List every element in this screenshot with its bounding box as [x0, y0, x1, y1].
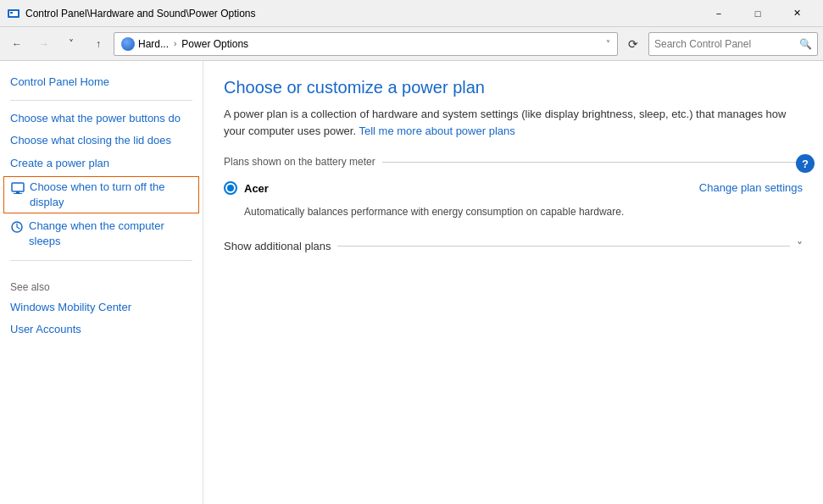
- sidebar-item-lid-close-label: Choose what closing the lid does: [10, 133, 171, 148]
- plan-radio-wrap: Acer: [224, 181, 699, 195]
- help-button[interactable]: ?: [796, 154, 815, 173]
- sidebar-item-turn-off-display-label: Choose when to turn off the display: [30, 180, 192, 210]
- svg-rect-2: [10, 12, 13, 14]
- titlebar-title: Control Panel\Hardware and Sound\Power O…: [25, 8, 699, 19]
- titlebar-icon: [7, 7, 20, 20]
- sidebar-item-computer-sleep[interactable]: Change when the computer sleeps: [0, 215, 203, 252]
- sidebar-item-home-label: Control Panel Home: [10, 75, 109, 90]
- recent-button[interactable]: ˅: [59, 32, 83, 56]
- show-plans-divider: [337, 246, 790, 246]
- maximize-button[interactable]: □: [738, 0, 777, 27]
- display-icon: [11, 181, 25, 195]
- sidebar-item-computer-sleep-label: Change when the computer sleeps: [29, 219, 192, 249]
- address-part2: Power Options: [181, 38, 248, 50]
- page-title: Choose or customize a power plan: [224, 78, 803, 97]
- address-box[interactable]: Hard... › Power Options ˅: [114, 32, 618, 56]
- power-plans-link[interactable]: Tell me more about power plans: [359, 125, 514, 137]
- address-icon: [121, 37, 135, 51]
- titlebar-controls: − □ ✕: [699, 0, 816, 27]
- svg-rect-5: [14, 193, 22, 194]
- sidebar-item-lid-close[interactable]: Choose what closing the lid does: [0, 130, 203, 152]
- section-label: Plans shown on the battery meter: [224, 156, 375, 168]
- search-box[interactable]: 🔍: [648, 32, 818, 56]
- address-dropdown-chevron[interactable]: ˅: [606, 39, 610, 48]
- sidebar-divider-1: [10, 100, 192, 101]
- sidebar-item-home[interactable]: Control Panel Home: [0, 71, 203, 93]
- content-area: Choose or customize a power plan A power…: [203, 61, 823, 504]
- forward-button[interactable]: →: [32, 32, 56, 56]
- sidebar-item-user-accounts-label: User Accounts: [10, 322, 81, 337]
- sidebar-item-turn-off-display[interactable]: Choose when to turn off the display: [3, 176, 199, 213]
- address-separator: ›: [174, 39, 176, 48]
- show-plans-chevron-icon[interactable]: ˅: [797, 240, 803, 253]
- svg-rect-4: [16, 191, 19, 193]
- show-additional-plans-row: Show additional plans ˅: [224, 233, 803, 253]
- sleep-icon: [10, 220, 24, 234]
- sidebar-item-create-plan[interactable]: Create a power plan: [0, 152, 203, 174]
- plans-section-header: Plans shown on the battery meter: [224, 156, 803, 168]
- refresh-button[interactable]: ⟳: [621, 32, 645, 56]
- search-input[interactable]: [654, 38, 796, 50]
- address-part1: Hard...: [138, 38, 169, 50]
- acer-plan-radio[interactable]: [224, 181, 237, 195]
- sidebar-item-user-accounts[interactable]: User Accounts: [0, 318, 203, 341]
- sidebar: Control Panel Home Choose what the power…: [0, 61, 203, 504]
- svg-rect-3: [12, 183, 24, 191]
- see-also-title: See also: [0, 268, 203, 296]
- page-description: A power plan is a collection of hardware…: [224, 106, 800, 139]
- sidebar-item-create-plan-label: Create a power plan: [10, 156, 109, 171]
- addressbar: ← → ˅ ↑ Hard... › Power Options ˅ ⟳ 🔍: [0, 27, 823, 61]
- plan-description: Automatically balances performance with …: [244, 205, 736, 219]
- sidebar-item-mobility-center-label: Windows Mobility Center: [10, 300, 131, 315]
- up-button[interactable]: ↑: [86, 32, 110, 56]
- plan-row: Acer Change plan settings: [224, 178, 803, 198]
- main-layout: Control Panel Home Choose what the power…: [0, 61, 823, 504]
- section-divider: [382, 162, 803, 163]
- back-button[interactable]: ←: [5, 32, 29, 56]
- search-icon: 🔍: [799, 38, 812, 50]
- titlebar: Control Panel\Hardware and Sound\Power O…: [0, 0, 823, 27]
- close-button[interactable]: ✕: [777, 0, 816, 27]
- sidebar-item-power-buttons-label: Choose what the power buttons do: [10, 111, 181, 126]
- sidebar-divider-2: [10, 260, 192, 261]
- plan-name: Acer: [244, 182, 269, 195]
- sidebar-item-power-buttons[interactable]: Choose what the power buttons do: [0, 108, 203, 130]
- minimize-button[interactable]: −: [699, 0, 738, 27]
- change-plan-settings-link[interactable]: Change plan settings: [699, 181, 803, 194]
- show-plans-label[interactable]: Show additional plans: [224, 240, 331, 252]
- sidebar-item-mobility-center[interactable]: Windows Mobility Center: [0, 296, 203, 318]
